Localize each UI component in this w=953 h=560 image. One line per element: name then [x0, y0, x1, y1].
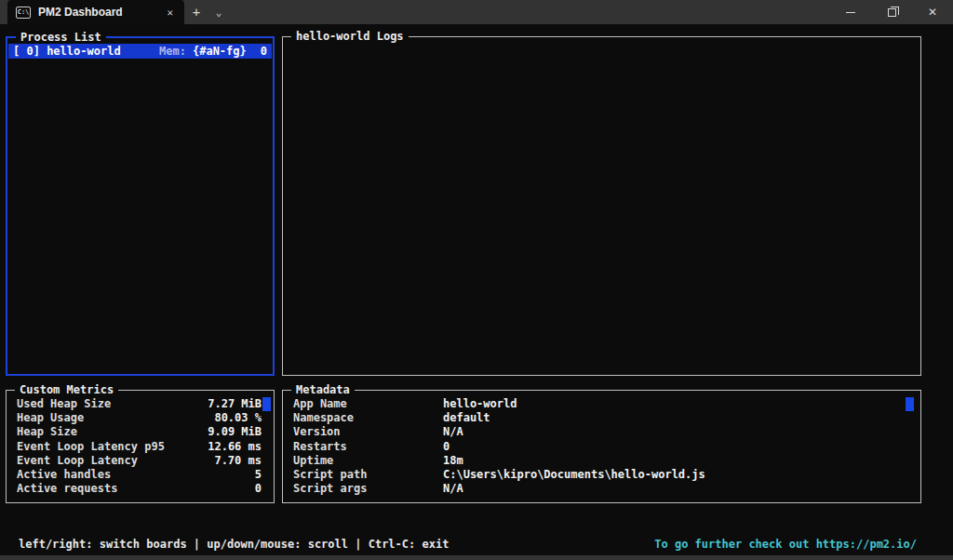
keyboard-hints: left/right: switch boards | up/down/mous… — [19, 537, 449, 552]
titlebar: C:\ PM2 Dashboard ✕ + ⌄ ✕ — [0, 0, 953, 24]
metadata-value: N/A — [443, 425, 463, 439]
metadata-value: hello-world — [443, 397, 517, 411]
metadata-title: Metadata — [291, 382, 355, 397]
logs-title: hello-world Logs — [291, 29, 409, 44]
metric-row: Used Heap Size 7.27 MiB — [17, 397, 262, 411]
metric-row: Active handles 5 — [17, 468, 262, 482]
metadata-label: Script args — [293, 482, 443, 496]
minimize-icon — [846, 12, 855, 13]
tab-close-icon[interactable]: ✕ — [164, 5, 176, 20]
close-button[interactable]: ✕ — [912, 0, 953, 24]
logs-box: hello-world Logs — [282, 36, 921, 376]
restore-icon — [888, 8, 896, 17]
window-controls: ✕ — [830, 0, 953, 24]
metric-value: 12.66 ms — [208, 440, 262, 454]
process-name: hello-world — [40, 45, 159, 58]
metadata-value: default — [443, 411, 490, 425]
pm2-io-link[interactable]: To go further check out https://pm2.io/ — [654, 537, 917, 552]
metadata-row: Uptime 18m — [293, 454, 913, 468]
new-tab-button[interactable]: + — [184, 0, 208, 24]
command-prompt-icon: C:\ — [16, 7, 31, 19]
metric-value: 9.09 MiB — [208, 425, 262, 439]
metadata-row: Namespace default — [293, 411, 913, 425]
status-bar: left/right: switch boards | up/down/mous… — [19, 537, 917, 552]
metadata-row: Script path C:\Users\kipro\Documents\hel… — [293, 468, 913, 482]
metric-row: Event Loop Latency p95 12.66 ms — [17, 440, 262, 454]
process-mem-value: {#aN-fg} — [193, 45, 247, 58]
metadata-value: 18m — [443, 454, 463, 468]
process-row-selected[interactable]: [ 0] hello-world Mem: {#aN-fg} 0 — [8, 44, 272, 59]
metadata-label: Uptime — [293, 454, 443, 468]
window-bottom-edge — [0, 555, 953, 560]
process-list-box: Process List [ 0] hello-world Mem: {#aN-… — [6, 36, 275, 376]
metric-value: 7.27 MiB — [208, 397, 262, 411]
terminal-tab[interactable]: C:\ PM2 Dashboard ✕ — [7, 0, 184, 24]
metadata-label: Namespace — [293, 411, 443, 425]
metric-row: Heap Size 9.09 MiB — [17, 425, 262, 439]
metadata-box: Metadata App Name hello-world Namespace … — [282, 390, 921, 503]
metric-label: Active handles — [17, 468, 111, 482]
metric-row: Event Loop Latency 7.70 ms — [17, 454, 262, 468]
metric-label: Heap Size — [17, 425, 77, 439]
metadata-row: Version N/A — [293, 425, 913, 439]
tab-dropdown-button[interactable]: ⌄ — [208, 0, 229, 24]
custom-metrics-box: Custom Metrics Used Heap Size 7.27 MiB H… — [6, 390, 275, 503]
metric-label: Active requests — [17, 482, 117, 496]
metadata-row: App Name hello-world — [293, 397, 913, 411]
metadata-value: N/A — [443, 482, 463, 496]
metric-value: 80.03 % — [214, 411, 262, 425]
metadata-row: Script args N/A — [293, 482, 913, 496]
minimize-button[interactable] — [830, 0, 871, 24]
metadata-label: Script path — [293, 468, 443, 482]
metrics-rows: Used Heap Size 7.27 MiB Heap Usage 80.03… — [17, 397, 262, 496]
metric-label: Used Heap Size — [17, 397, 111, 411]
metadata-value: C:\Users\kipro\Documents\hello-world.js — [443, 468, 705, 482]
metadata-row: Restarts 0 — [293, 440, 913, 454]
metric-value: 0 — [255, 482, 262, 496]
process-mem-label: Mem: — [159, 45, 186, 58]
metric-value: 5 — [255, 468, 262, 482]
metadata-label: Restarts — [293, 440, 443, 454]
process-list-title: Process List — [16, 30, 106, 45]
metric-label: Event Loop Latency — [17, 454, 138, 468]
metrics-scrollbar-thumb[interactable] — [262, 397, 271, 411]
metadata-rows: App Name hello-world Namespace default V… — [293, 397, 913, 496]
restore-button[interactable] — [871, 0, 912, 24]
tab-title: PM2 Dashboard — [38, 6, 156, 19]
terminal-screen: Process List [ 0] hello-world Mem: {#aN-… — [0, 24, 953, 560]
custom-metrics-title: Custom Metrics — [15, 382, 118, 397]
metadata-value: 0 — [443, 440, 450, 454]
process-cpu-value: 0 — [261, 45, 267, 58]
metadata-label: App Name — [293, 397, 443, 411]
metric-row: Active requests 0 — [17, 482, 262, 496]
metric-row: Heap Usage 80.03 % — [17, 411, 262, 425]
metric-value: 7.70 ms — [214, 454, 262, 468]
metric-label: Heap Usage — [17, 411, 84, 425]
metric-label: Event Loop Latency p95 — [17, 440, 165, 454]
process-index: [ 0] — [13, 45, 40, 58]
metadata-label: Version — [293, 425, 443, 439]
